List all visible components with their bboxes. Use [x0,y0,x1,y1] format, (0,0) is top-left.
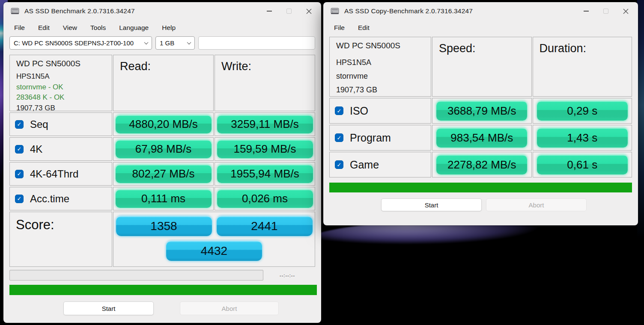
score-row: Score: 1358 2441 4432 [9,212,315,267]
drive-driver-status: stornvme - OK [16,82,105,93]
drive-driver: stornvme [336,69,424,83]
drive-firmware: HPS1N5A [16,71,105,82]
score-label: Score: [9,212,112,267]
test-size-value: 1 GB [160,39,184,47]
checkbox-4k[interactable]: ✓ [15,145,24,154]
drive-model: WD PC SN5000S [336,41,424,50]
toolbar-input[interactable] [198,36,315,50]
row-label: 4K-64Thrd [30,168,78,180]
desktop-wallpaper-bloom [298,220,636,271]
speed-column-header: Speed: [432,37,532,97]
minimize-icon [267,11,272,12]
checkbox-seq[interactable]: ✓ [15,120,24,129]
4k-write-result: 159,59 MB/s [217,140,313,158]
maximize-icon [286,9,292,14]
acc-time-read-result: 0,111 ms [116,189,212,208]
check-icon: ✓ [337,135,342,141]
total-score: 4432 [166,241,262,261]
app-icon [331,7,340,15]
overall-progress-bar [329,183,632,192]
maximize-icon [603,9,608,14]
menu-edit[interactable]: Edit [358,24,370,32]
title-bar: AS SSD Benchmark 2.0.7316.34247 [3,2,321,20]
maximize-button[interactable] [279,4,299,18]
program-duration-result: 1,43 s [537,128,628,148]
drive-alignment-status: 283648 K - OK [16,92,105,103]
maximize-button[interactable] [596,4,616,18]
app-icon [11,7,20,15]
menu-help[interactable]: Help [162,24,176,32]
close-icon [306,9,312,14]
abort-button[interactable]: Abort [486,198,587,211]
close-button[interactable] [299,4,319,18]
checkbox-program[interactable]: ✓ [335,133,343,142]
menu-tools[interactable]: Tools [90,24,106,32]
4k-read-result: 67,98 MB/s [116,140,212,158]
minimize-button[interactable] [259,4,279,18]
table-row: ✓ Acc.time 0,111 ms 0,026 ms [9,187,315,210]
window-title: AS SSD Copy-Benchmark 2.0.7316.34247 [344,7,473,15]
row-label: Game [350,159,379,171]
checkbox-4k-64thrd[interactable]: ✓ [15,170,24,178]
menu-edit[interactable]: Edit [38,24,50,32]
iso-speed-result: 3688,79 MB/s [436,101,527,121]
seq-read-result: 4880,20 MB/s [116,115,212,133]
menu-language[interactable]: Language [119,24,149,32]
progress-row: --:--:-- [9,270,315,281]
checkbox-acc-time[interactable]: ✓ [15,195,24,203]
results-grid: WD PC SN5000S HPS1N5A stornvme 1907,73 G… [329,37,632,177]
table-row: ✓ Game 2278,82 MB/s 0,61 s [329,152,632,177]
menu-file[interactable]: File [14,24,25,32]
close-icon [623,9,629,14]
table-row: ✓ 4K-64Thrd 802,27 MB/s 1955,94 MB/s [9,162,315,186]
abort-button[interactable]: Abort [180,301,279,315]
progress-bar [9,270,263,281]
check-icon: ✓ [337,108,342,114]
window-title: AS SSD Benchmark 2.0.7316.34247 [24,7,135,15]
write-score: 2441 [217,216,313,236]
chevron-down-icon [187,40,191,44]
4k64-write-result: 1955,94 MB/s [217,165,313,183]
table-row: ✓ Seq 4880,20 MB/s 3259,11 MB/s [9,112,315,136]
game-duration-result: 0,61 s [537,155,628,174]
checkbox-game[interactable]: ✓ [335,160,343,169]
read-column-header: Read: [113,55,214,111]
benchmark-window: AS SSD Benchmark 2.0.7316.34247 File Edi… [3,2,321,323]
minimize-button[interactable] [576,4,596,18]
row-label: ISO [350,105,368,117]
read-score: 1358 [116,216,212,236]
menu-file[interactable]: File [334,24,345,32]
minimize-icon [584,11,589,12]
drive-select-value: C: WD PC SN5000S SDEPNSJ-2T00-100 [14,39,141,47]
check-icon: ✓ [17,121,22,127]
table-row: ✓ 4K 67,98 MB/s 159,59 MB/s [9,137,315,161]
start-button[interactable]: Start [381,198,482,211]
window-controls [576,4,635,18]
menu-bar: File Edit [323,20,638,35]
drive-model: WD PC SN5000S [16,59,105,68]
test-size-select[interactable]: 1 GB [155,36,195,50]
row-label: 4K [30,143,42,155]
check-icon: ✓ [17,171,22,177]
drive-info-panel: WD PC SN5000S HPS1N5A stornvme 1907,73 G… [329,37,431,97]
button-row: Start Abort [3,301,321,316]
row-label: Acc.time [30,193,69,205]
time-display: --:--:-- [280,273,295,278]
iso-duration-result: 0,29 s [537,101,628,121]
start-button[interactable]: Start [63,301,154,315]
close-button[interactable] [616,4,635,18]
drive-info-panel: WD PC SN5000S HPS1N5A stornvme - OK 2836… [9,55,112,111]
check-icon: ✓ [17,196,22,201]
table-row: ✓ Program 983,54 MB/s 1,43 s [329,125,632,151]
desktop-wallpaper-right-edge [637,0,644,239]
checkbox-iso[interactable]: ✓ [335,106,343,115]
check-icon: ✓ [337,162,342,168]
row-label: Seq [30,118,48,130]
seq-write-result: 3259,11 MB/s [217,115,313,133]
drive-select[interactable]: C: WD PC SN5000S SDEPNSJ-2T00-100 [9,36,152,50]
table-row: ✓ ISO 3688,79 MB/s 0,29 s [329,98,632,124]
menu-view[interactable]: View [63,24,77,32]
program-speed-result: 983,54 MB/s [436,128,527,148]
drive-capacity: 1907,73 GB [336,83,424,97]
row-label: Program [350,132,391,144]
